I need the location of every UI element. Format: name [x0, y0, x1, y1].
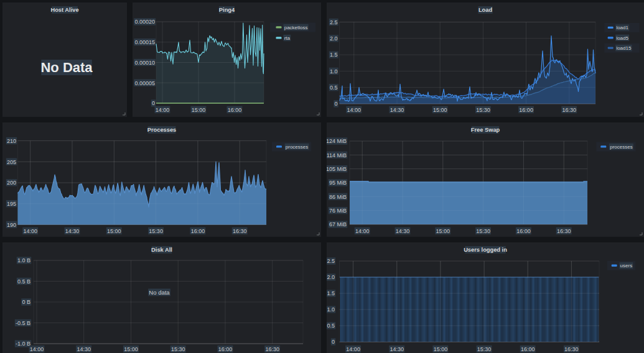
svg-text:load5: load5	[616, 35, 628, 41]
svg-text:15:30: 15:30	[149, 228, 163, 234]
svg-text:14:30: 14:30	[396, 228, 410, 234]
svg-text:15:30: 15:30	[476, 228, 490, 234]
svg-text:2.5: 2.5	[330, 19, 338, 25]
svg-text:15:00: 15:00	[192, 107, 206, 113]
svg-text:load1: load1	[616, 25, 628, 30]
svg-text:Load: Load	[478, 7, 493, 13]
svg-text:0.00020: 0.00020	[134, 19, 155, 25]
svg-text:0.5: 0.5	[330, 85, 338, 91]
svg-text:0: 0	[152, 100, 155, 106]
svg-text:195: 195	[7, 201, 16, 207]
svg-text:1.0: 1.0	[330, 68, 338, 75]
svg-text:2.5: 2.5	[327, 258, 335, 264]
svg-text:200: 200	[7, 180, 16, 186]
svg-text:114 MiB: 114 MiB	[327, 152, 347, 158]
svg-text:16:00: 16:00	[191, 228, 205, 234]
svg-text:Users logged in: Users logged in	[464, 247, 507, 253]
svg-text:14:30: 14:30	[390, 107, 404, 113]
svg-text:14:00: 14:00	[346, 346, 360, 352]
svg-text:16:00: 16:00	[521, 346, 535, 352]
svg-text:rta: rta	[284, 35, 291, 41]
svg-text:1.0: 1.0	[327, 306, 335, 313]
svg-text:16:00: 16:00	[516, 228, 531, 234]
svg-text:14:00: 14:00	[23, 228, 37, 234]
svg-text:205: 205	[7, 159, 16, 165]
svg-text:124 MiB: 124 MiB	[327, 138, 347, 144]
svg-text:95 MiB: 95 MiB	[329, 180, 347, 186]
svg-text:0.5: 0.5	[327, 323, 335, 329]
svg-text:1.5: 1.5	[330, 52, 338, 58]
svg-text:16:00: 16:00	[228, 107, 242, 113]
svg-text:15:00: 15:00	[434, 346, 448, 352]
svg-text:210: 210	[7, 138, 16, 144]
svg-text:16:30: 16:30	[557, 228, 571, 234]
svg-text:load15: load15	[616, 45, 632, 51]
svg-text:67 MiB: 67 MiB	[329, 221, 347, 227]
svg-text:0: 0	[334, 101, 337, 107]
svg-text:16:30: 16:30	[564, 346, 579, 352]
svg-text:0.5 B: 0.5 B	[17, 278, 30, 285]
svg-text:No data: No data	[149, 289, 170, 296]
svg-text:packetloss: packetloss	[284, 25, 308, 30]
svg-text:190: 190	[7, 222, 16, 228]
svg-text:14:00: 14:00	[347, 107, 362, 113]
svg-text:-0.5 B: -0.5 B	[16, 320, 30, 326]
svg-text:16:00: 16:00	[218, 346, 233, 352]
svg-text:0.00005: 0.00005	[134, 80, 155, 86]
svg-text:Host Alive: Host Alive	[50, 7, 78, 13]
svg-text:86 MiB: 86 MiB	[329, 194, 347, 200]
svg-text:15:30: 15:30	[171, 346, 185, 352]
svg-text:users: users	[620, 263, 633, 268]
svg-text:14:00: 14:00	[156, 107, 170, 113]
svg-text:1.0 B: 1.0 B	[17, 257, 30, 264]
svg-text:16:30: 16:30	[265, 346, 279, 352]
svg-text:14:00: 14:00	[30, 346, 44, 352]
svg-text:1.5: 1.5	[327, 290, 335, 296]
svg-text:2.0: 2.0	[330, 35, 338, 42]
svg-text:15:00: 15:00	[436, 228, 450, 234]
svg-text:14:00: 14:00	[355, 228, 370, 234]
svg-text:No Data: No Data	[40, 60, 93, 75]
svg-text:0.00010: 0.00010	[134, 60, 155, 66]
svg-text:15:00: 15:00	[107, 228, 121, 234]
svg-text:16:30: 16:30	[233, 228, 247, 234]
svg-text:processes: processes	[286, 144, 308, 150]
svg-text:14:30: 14:30	[65, 228, 80, 234]
svg-text:Disk All: Disk All	[151, 247, 172, 253]
svg-text:14:30: 14:30	[77, 346, 91, 352]
svg-text:0: 0	[332, 339, 335, 345]
svg-text:processes: processes	[610, 144, 632, 150]
svg-text:Processes: Processes	[147, 127, 177, 133]
svg-text:15:00: 15:00	[124, 346, 138, 352]
svg-text:2.0: 2.0	[327, 274, 335, 280]
svg-text:16:30: 16:30	[562, 107, 577, 113]
svg-text:0 B: 0 B	[22, 299, 30, 305]
svg-text:15:30: 15:30	[477, 346, 492, 352]
svg-text:16:00: 16:00	[519, 107, 533, 113]
svg-text:15:30: 15:30	[476, 107, 490, 113]
svg-text:Free Swap: Free Swap	[471, 127, 500, 133]
svg-text:Ping4: Ping4	[219, 7, 235, 13]
svg-text:-1.0 B: -1.0 B	[16, 341, 30, 347]
svg-text:76 MiB: 76 MiB	[329, 208, 347, 214]
svg-text:105 MiB: 105 MiB	[327, 166, 347, 172]
svg-text:15:00: 15:00	[433, 107, 447, 113]
svg-text:0.00015: 0.00015	[134, 39, 155, 45]
svg-text:14:30: 14:30	[390, 346, 404, 352]
